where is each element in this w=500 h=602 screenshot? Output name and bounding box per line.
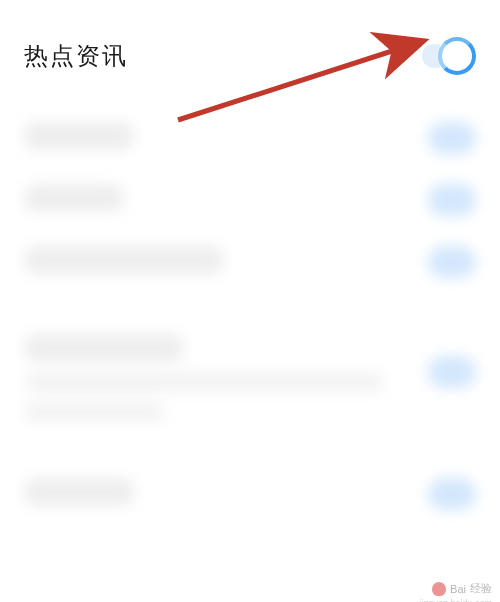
watermark-url: jingyan.baidu.com (419, 598, 492, 602)
setting-label: 热点资讯 (24, 40, 128, 72)
blurred-setting-row (24, 334, 476, 422)
blurred-toggle[interactable] (428, 246, 476, 278)
blurred-toggle[interactable] (428, 122, 476, 154)
watermark-suffix: 经验 (470, 581, 492, 596)
paw-icon (432, 582, 446, 596)
watermark: Bai 经验 (432, 581, 492, 596)
blurred-setting-row (24, 122, 476, 154)
toggle-switch[interactable] (438, 37, 476, 75)
settings-list: 热点资讯 (0, 0, 500, 530)
blurred-setting-row (24, 246, 476, 278)
blurred-toggle[interactable] (428, 478, 476, 510)
blurred-toggle[interactable] (428, 184, 476, 216)
blurred-setting-row (24, 478, 476, 510)
setting-row-hot-news: 热点资讯 (24, 20, 476, 92)
watermark-brand: Bai (450, 583, 466, 595)
blurred-setting-row (24, 184, 476, 216)
blurred-toggle[interactable] (428, 356, 476, 388)
